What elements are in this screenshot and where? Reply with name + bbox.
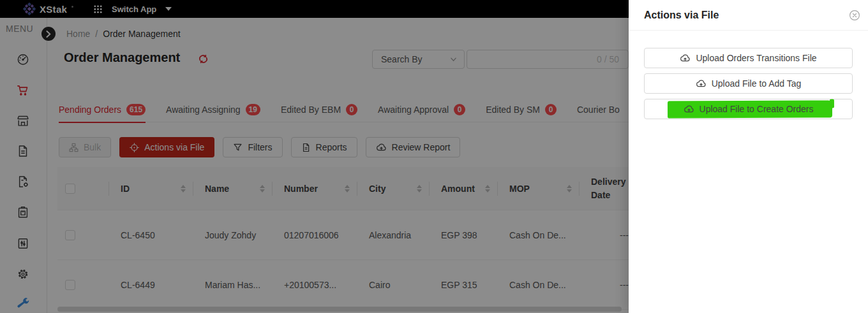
close-button[interactable] xyxy=(849,10,860,21)
button-label: Upload File to Add Tag xyxy=(712,78,802,89)
cloud-upload-icon xyxy=(680,53,691,64)
cloud-upload-icon xyxy=(696,78,707,89)
button-label: Upload File to Create Orders xyxy=(700,104,814,114)
drawer-title: Actions via File xyxy=(644,10,849,21)
actions-via-file-drawer: Actions via File Upload Orders Transitio… xyxy=(629,0,868,313)
drawer-mask[interactable] xyxy=(0,0,629,313)
upload-file-to-create-orders-button[interactable]: Upload File to Create Orders xyxy=(644,99,853,119)
cloud-upload-icon xyxy=(684,104,694,115)
button-label: Upload Orders Transitions File xyxy=(696,53,816,63)
upload-orders-transitions-file-button[interactable]: Upload Orders Transitions File xyxy=(644,48,853,68)
close-circle-icon xyxy=(849,10,860,21)
upload-file-to-add-tag-button[interactable]: Upload File to Add Tag xyxy=(644,73,853,94)
drawer-header: Actions via File xyxy=(629,0,868,31)
drawer-body: Upload Orders Transitions File Upload Fi… xyxy=(629,31,868,119)
